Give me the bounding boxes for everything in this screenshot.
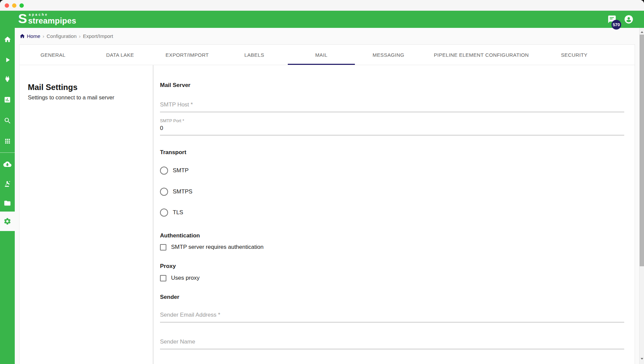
scroll-up-button[interactable] [640, 29, 644, 35]
tab-messaging[interactable]: MESSAGING [355, 45, 422, 65]
sidebar-divider [0, 152, 15, 153]
folder-icon [4, 199, 11, 207]
transport-heading: Transport [160, 149, 186, 156]
cloud-download-icon [3, 160, 11, 168]
chart-icon [4, 96, 11, 103]
gear-icon [3, 217, 11, 225]
breadcrumb: Home › Configuration › Export/Import [19, 32, 113, 40]
home-icon [4, 36, 11, 43]
logo-s-icon: S [18, 12, 26, 25]
logo-apache-text: apache [29, 13, 76, 16]
requires-authentication-checkbox[interactable]: SMTP server requires authentication [160, 243, 264, 251]
proxy-heading: Proxy [160, 263, 176, 270]
sidebar-item-files[interactable] [0, 196, 15, 211]
configuration-tabs: GENERAL DATA LAKE EXPORT/IMPORT LABELS M… [19, 45, 635, 65]
radio-icon [160, 209, 168, 217]
plug-icon [4, 75, 11, 83]
maximize-window-button[interactable] [19, 3, 24, 8]
robot-arm-icon [4, 180, 11, 187]
tab-export-import[interactable]: EXPORT/IMPORT [154, 45, 221, 65]
mail-server-heading: Mail Server [160, 82, 191, 89]
breadcrumb-home-link[interactable]: Home [19, 33, 40, 39]
mail-settings-intro: Mail Settings Settings to connect to a m… [19, 65, 153, 364]
breadcrumb-separator: › [43, 33, 44, 39]
configuration-card: GENERAL DATA LAKE EXPORT/IMPORT LABELS M… [19, 44, 635, 364]
sidebar-item-pipeline-element-generator[interactable] [0, 176, 15, 191]
play-icon [4, 56, 11, 64]
home-icon [19, 33, 25, 39]
sender-email-field [160, 308, 624, 322]
checkbox-label: SMTP server requires authentication [171, 244, 264, 251]
triangle-up-icon [641, 31, 643, 33]
radio-option-smtps[interactable]: SMTPS [160, 187, 193, 196]
authentication-heading: Authentication [160, 232, 200, 239]
apps-grid-icon [4, 138, 11, 145]
uses-proxy-checkbox[interactable]: Uses proxy [160, 274, 200, 282]
radio-option-smtp[interactable]: SMTP [160, 166, 189, 175]
sidebar-item-install-elements[interactable] [0, 157, 15, 172]
radio-label: SMTP [173, 167, 189, 174]
sidebar-item-data-explorer[interactable] [0, 113, 15, 128]
app-window: S apache streampipes 570 [0, 0, 644, 364]
sender-name-field [160, 334, 624, 349]
sender-name-input[interactable] [160, 334, 624, 349]
page-subtitle: Settings to connect to a mail server [28, 94, 146, 101]
sidebar-item-configuration[interactable] [0, 212, 15, 231]
sender-email-input[interactable] [160, 308, 624, 322]
radio-option-tls[interactable]: TLS [160, 208, 183, 217]
radio-label: SMTPS [173, 188, 193, 195]
account-button[interactable] [624, 15, 633, 24]
search-icon [4, 117, 11, 125]
logo-name-text: streampipes [28, 16, 76, 25]
notification-count-badge: 570 [611, 20, 621, 30]
scroll-down-button[interactable] [640, 356, 644, 361]
sender-heading: Sender [160, 294, 179, 301]
mail-settings-form: Mail Server SMTP Port * Transport SMTP [153, 65, 635, 364]
scrollbar-thumb[interactable] [640, 35, 644, 266]
tab-pipeline-element-configuration[interactable]: PIPELINE ELEMENT CONFIGURATION [422, 45, 541, 65]
close-window-button[interactable] [5, 3, 9, 8]
smtp-host-input[interactable] [160, 97, 624, 112]
vertical-scrollbar [639, 28, 644, 364]
radio-icon [160, 167, 168, 175]
breadcrumb-separator: › [79, 33, 80, 39]
tab-security[interactable]: SECURITY [541, 45, 608, 65]
triangle-down-icon [641, 358, 643, 360]
tab-general[interactable]: GENERAL [19, 45, 87, 65]
sidebar-item-dashboard[interactable] [0, 92, 15, 107]
checkbox-icon [160, 244, 166, 251]
minimize-window-button[interactable] [12, 3, 16, 8]
page-title: Mail Settings [28, 83, 146, 92]
account-icon [624, 15, 633, 24]
sidebar-item-apps[interactable] [0, 134, 15, 148]
checkbox-label: Uses proxy [171, 275, 200, 281]
radio-label: TLS [173, 209, 183, 216]
sidebar-item-home[interactable] [0, 32, 15, 47]
sidebar-item-pipelines[interactable] [0, 52, 15, 67]
tab-labels[interactable]: LABELS [221, 45, 288, 65]
tab-mail[interactable]: MAIL [288, 45, 355, 65]
streampipes-logo: S apache streampipes [18, 12, 76, 26]
window-titlebar [0, 0, 644, 11]
sidebar-nav [0, 28, 15, 364]
smtp-port-label: SMTP Port * [160, 118, 624, 123]
smtp-port-input[interactable] [160, 123, 624, 135]
notifications-button[interactable]: 570 [607, 15, 616, 24]
radio-icon [160, 188, 168, 196]
app-header: S apache streampipes 570 [0, 11, 644, 28]
smtp-port-field: SMTP Port * [160, 118, 624, 135]
breadcrumb-item-configuration: Configuration [47, 33, 76, 39]
checkbox-icon [160, 275, 166, 281]
content-area: Home › Configuration › Export/Import GEN… [15, 28, 639, 364]
breadcrumb-item-export-import: Export/Import [83, 33, 113, 39]
sidebar-item-connect[interactable] [0, 72, 15, 86]
smtp-host-field [160, 97, 624, 112]
tab-data-lake[interactable]: DATA LAKE [87, 45, 154, 65]
